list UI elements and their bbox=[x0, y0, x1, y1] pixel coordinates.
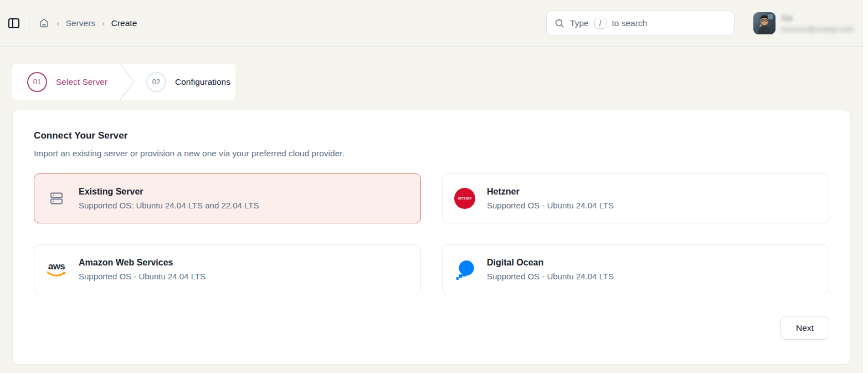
connect-server-panel: Connect Your Server Import an existing s… bbox=[12, 110, 851, 365]
step-2-label: Configurations bbox=[175, 77, 230, 87]
provider-card-hetzner[interactable]: HETZNER Hetzner Supported OS - Ubuntu 24… bbox=[442, 173, 829, 223]
provider-os: Supported OS - Ubuntu 24.04 LTS bbox=[487, 272, 614, 281]
provider-card-aws[interactable]: aws Amazon Web Services Supported OS - U… bbox=[34, 244, 421, 294]
provider-grid: Existing Server Supported OS: Ubuntu 24.… bbox=[34, 173, 829, 294]
provider-card-existing-server[interactable]: Existing Server Supported OS: Ubuntu 24.… bbox=[34, 173, 421, 223]
slash-keycap: / bbox=[594, 18, 607, 29]
aws-logo: aws bbox=[46, 262, 67, 278]
aws-smile-icon bbox=[46, 271, 67, 278]
breadcrumb-current-page: Create bbox=[111, 18, 137, 28]
wizard-stepper: 01 Select Server 02 Configurations bbox=[12, 64, 235, 100]
avatar[interactable] bbox=[753, 12, 775, 34]
user-name: Sai bbox=[782, 14, 854, 22]
search-icon bbox=[554, 18, 564, 28]
breadcrumb-separator: › bbox=[102, 19, 105, 28]
step-separator-chevron bbox=[120, 64, 135, 100]
breadcrumb-home-link[interactable] bbox=[38, 17, 50, 29]
hetzner-logo: HETZNER bbox=[454, 188, 475, 209]
panel-title: Connect Your Server bbox=[34, 130, 829, 141]
provider-card-digitalocean[interactable]: Digital Ocean Supported OS - Ubuntu 24.0… bbox=[442, 244, 829, 294]
home-icon bbox=[38, 17, 50, 29]
page-scrollbar[interactable] bbox=[862, 0, 868, 373]
user-menu[interactable]: Sai sxxxxxx@xcamp.com bbox=[753, 12, 854, 34]
search-placeholder-suffix: to search bbox=[612, 18, 648, 28]
global-search-input[interactable]: Type / to search bbox=[546, 11, 735, 36]
header-divider bbox=[29, 16, 29, 30]
server-stack-icon bbox=[49, 191, 64, 206]
actions-row: Next bbox=[34, 316, 829, 340]
step-select-server[interactable]: 01 Select Server bbox=[12, 72, 107, 92]
step-1-label: Select Server bbox=[56, 77, 107, 87]
sidebar-toggle-button[interactable] bbox=[4, 14, 23, 33]
breadcrumb-servers-link[interactable]: Servers bbox=[66, 18, 95, 28]
user-info: Sai sxxxxxx@xcamp.com bbox=[782, 12, 854, 33]
avatar-photo bbox=[753, 12, 775, 34]
step-configurations[interactable]: 02 Configurations bbox=[135, 72, 230, 92]
provider-os: Supported OS - Ubuntu 24.04 LTS bbox=[79, 272, 206, 281]
top-header: › Servers › Create Type / to search bbox=[0, 0, 868, 47]
user-email: sxxxxxx@xcamp.com bbox=[782, 25, 854, 33]
panel-subtitle: Import an existing server or provision a… bbox=[34, 149, 829, 159]
sidebar-panel-icon bbox=[8, 17, 20, 29]
provider-name: Hetzner bbox=[487, 187, 614, 197]
step-1-number: 01 bbox=[27, 72, 47, 92]
search-placeholder-prefix: Type bbox=[570, 18, 589, 28]
hetzner-logo-text: HETZNER bbox=[458, 197, 471, 200]
provider-os: Supported OS - Ubuntu 24.04 LTS bbox=[487, 201, 614, 210]
provider-name: Existing Server bbox=[79, 187, 259, 197]
aws-logo-text: aws bbox=[48, 262, 65, 271]
provider-name: Digital Ocean bbox=[487, 258, 614, 268]
next-button[interactable]: Next bbox=[780, 316, 829, 340]
breadcrumb-separator: › bbox=[57, 19, 59, 28]
breadcrumb: › Servers › Create bbox=[38, 17, 137, 29]
provider-name: Amazon Web Services bbox=[79, 258, 206, 268]
digitalocean-logo bbox=[454, 258, 476, 280]
step-2-number: 02 bbox=[146, 72, 166, 92]
provider-os: Supported OS: Ubuntu 24.04 LTS and 22.04… bbox=[79, 201, 259, 210]
